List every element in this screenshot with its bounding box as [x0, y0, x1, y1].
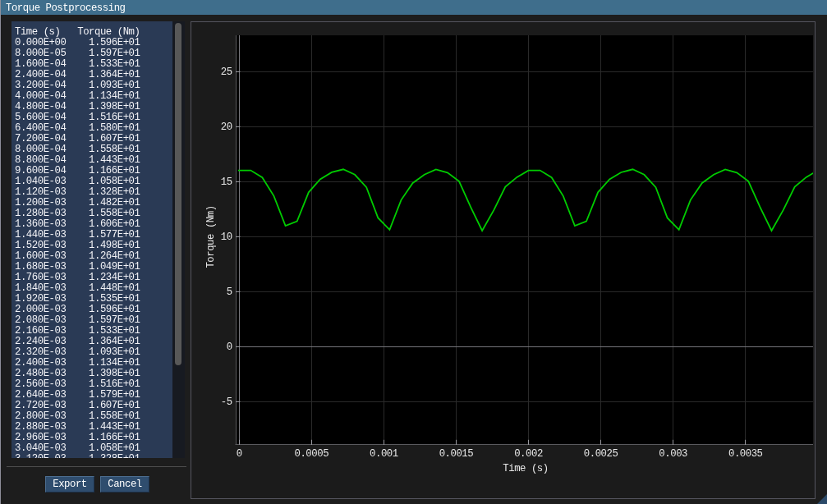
- svg-text:20: 20: [221, 121, 232, 133]
- svg-text:0.0025: 0.0025: [584, 448, 618, 460]
- svg-text:0.001: 0.001: [370, 448, 398, 460]
- svg-text:0: 0: [227, 341, 232, 353]
- svg-text:5: 5: [227, 286, 232, 298]
- svg-text:10: 10: [221, 231, 232, 243]
- svg-text:-5: -5: [221, 396, 232, 408]
- svg-text:0.0015: 0.0015: [439, 448, 474, 460]
- svg-text:25: 25: [221, 66, 232, 78]
- svg-text:Torque (Nm): Torque (Nm): [205, 205, 217, 268]
- svg-text:0: 0: [237, 448, 242, 460]
- svg-text:15: 15: [221, 176, 232, 188]
- svg-text:0.0035: 0.0035: [728, 448, 763, 460]
- svg-text:0.003: 0.003: [659, 448, 687, 460]
- svg-text:Time (s): Time (s): [503, 463, 548, 474]
- svg-text:0.002: 0.002: [514, 448, 543, 460]
- svg-text:0.0005: 0.0005: [294, 448, 329, 460]
